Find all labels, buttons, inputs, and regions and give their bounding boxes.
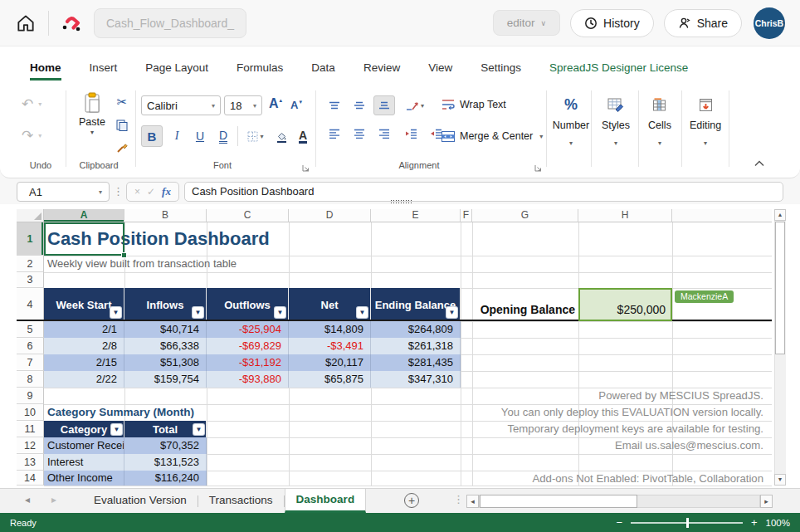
name-box-menu[interactable]: ⋮ xyxy=(113,182,123,202)
alignment-dialog-launcher[interactable] xyxy=(534,160,542,175)
text-orientation-button[interactable]: ▾ xyxy=(400,95,430,115)
cell-r7c5[interactable]: $281,435 xyxy=(371,354,461,371)
share-button[interactable]: Share xyxy=(664,9,742,37)
hscroll-right[interactable]: ▸ xyxy=(760,495,773,508)
cell-r6c1[interactable]: 2/8 xyxy=(44,338,124,354)
fill-handle[interactable] xyxy=(121,252,127,258)
cell-r8c3[interactable]: -$93,880 xyxy=(207,371,289,388)
cell-r13c1[interactable]: Interest xyxy=(44,454,124,471)
filter-button[interactable]: ▼ xyxy=(357,307,368,318)
decrease-font-button[interactable]: A▾ xyxy=(290,99,302,112)
hscroll-track[interactable] xyxy=(479,495,760,508)
sheet-tab-evaluation-version[interactable]: Evaluation Version xyxy=(83,489,198,513)
ribbon-tab-review[interactable]: Review xyxy=(363,61,400,74)
wrap-text-button[interactable]: Wrap Text xyxy=(441,99,506,110)
italic-button[interactable]: I xyxy=(166,125,188,147)
column-header-h[interactable]: H xyxy=(578,209,672,222)
ribbon-tab-home[interactable]: Home xyxy=(30,61,61,74)
ribbon-tab-settings[interactable]: Settings xyxy=(480,61,521,74)
opening-balance-label[interactable]: Opening Balance xyxy=(472,288,578,321)
align-top-button[interactable] xyxy=(324,95,345,115)
fx-icon[interactable]: fx xyxy=(162,185,171,198)
select-all-corner[interactable] xyxy=(17,209,44,222)
cell-r5c5[interactable]: $264,809 xyxy=(371,321,461,338)
v-scroll-thumb[interactable] xyxy=(775,222,785,354)
table-header-outflows[interactable]: Outflows▼ xyxy=(207,288,289,321)
cell-r5c4[interactable]: $14,809 xyxy=(289,321,371,338)
column-header-d[interactable]: D xyxy=(289,209,371,222)
table-header-week-start[interactable]: Week Start▼ xyxy=(44,288,124,321)
cell-r8c5[interactable]: $347,310 xyxy=(371,371,461,388)
name-box[interactable]: A1▾ xyxy=(17,182,110,202)
font-size-select[interactable]: 18▾ xyxy=(224,95,262,115)
row-header-7[interactable]: 7 xyxy=(17,354,44,371)
sheet-tab-transactions[interactable]: Transactions xyxy=(198,489,284,513)
number-button[interactable]: % Number ▾ xyxy=(551,92,591,147)
category-header-category[interactable]: Category▼ xyxy=(44,421,124,437)
sheet-nav-prev[interactable]: ◂ xyxy=(25,494,30,505)
cell-r8c2[interactable]: $159,754 xyxy=(124,371,207,388)
borders-button[interactable]: ▾ xyxy=(242,125,269,147)
opening-balance-cell[interactable]: $250,000 xyxy=(578,288,672,321)
row-header-3[interactable]: 3 xyxy=(17,272,44,288)
align-right-button[interactable] xyxy=(373,124,395,144)
home-button[interactable] xyxy=(15,12,37,34)
cell-r5c3[interactable]: -$25,904 xyxy=(207,321,289,338)
ribbon-tab-data[interactable]: Data xyxy=(311,61,335,74)
ribbon-tab-insert[interactable]: Insert xyxy=(90,61,118,74)
table-header-inflows[interactable]: Inflows▼ xyxy=(124,288,207,321)
cell-r14c1[interactable]: Other Income xyxy=(44,471,124,486)
bold-button[interactable]: B xyxy=(141,125,163,147)
row-header-2[interactable]: 2 xyxy=(17,256,44,272)
add-sheet-button[interactable]: + xyxy=(404,493,419,508)
zoom-slider-thumb[interactable] xyxy=(686,518,689,528)
row-header-10[interactable]: 10 xyxy=(17,404,44,421)
cell-r8c1[interactable]: 2/22 xyxy=(44,371,124,388)
align-center-button[interactable] xyxy=(349,124,370,144)
font-name-select[interactable]: Calibri▾ xyxy=(141,95,221,115)
format-painter-button[interactable] xyxy=(113,139,131,155)
filter-button[interactable]: ▼ xyxy=(110,307,121,318)
align-middle-button[interactable] xyxy=(349,95,370,115)
font-color-button[interactable]: A xyxy=(292,125,314,147)
cell-r12c1[interactable]: Customer Receipts xyxy=(44,437,124,454)
align-left-button[interactable] xyxy=(324,124,345,144)
column-header-f[interactable]: F xyxy=(461,209,472,222)
styles-button[interactable]: Styles ▾ xyxy=(594,92,637,147)
double-underline-button[interactable]: D xyxy=(212,125,234,147)
undo-button[interactable]: ↶▾ xyxy=(22,95,41,113)
editing-button[interactable]: Editing ▾ xyxy=(684,92,727,147)
zoom-out-button[interactable]: − xyxy=(616,517,622,528)
column-header-a[interactable]: A xyxy=(44,209,124,222)
underline-button[interactable]: U xyxy=(189,125,211,147)
row-header-4[interactable]: 4 xyxy=(17,288,44,321)
cell-r6c3[interactable]: -$69,829 xyxy=(207,338,289,354)
row-header-11[interactable]: 11 xyxy=(17,421,44,437)
cell-r5c2[interactable]: $40,714 xyxy=(124,321,207,338)
zoom-in-button[interactable]: + xyxy=(751,517,758,528)
row-header-9[interactable]: 9 xyxy=(17,388,44,404)
ribbon-tab-page-layout[interactable]: Page Layout xyxy=(145,61,208,74)
cell-r14c2[interactable]: $116,240 xyxy=(124,471,207,486)
column-header-g[interactable]: G xyxy=(472,209,578,222)
cell-r8c4[interactable]: $65,875 xyxy=(289,371,371,388)
row-header-14[interactable]: 14 xyxy=(17,471,44,486)
sheet-nav-next[interactable]: ▸ xyxy=(51,494,56,505)
category-header-total[interactable]: Total▼ xyxy=(124,421,207,437)
sheet-tab-dashboard[interactable]: Dashboard xyxy=(285,489,367,513)
redo-button[interactable]: ↷▾ xyxy=(22,127,41,144)
filter-button[interactable]: ▼ xyxy=(193,307,203,318)
role-dropdown[interactable]: editor ∨ xyxy=(493,10,560,36)
cut-button[interactable]: ✂ xyxy=(113,94,131,110)
cell-r12c2[interactable]: $70,352 xyxy=(124,437,207,454)
ribbon-tab-formulas[interactable]: Formulas xyxy=(237,61,283,74)
row-header-13[interactable]: 13 xyxy=(17,454,44,471)
cell-r13c2[interactable]: $131,523 xyxy=(124,454,207,471)
row-header-1[interactable]: 1 xyxy=(17,222,44,256)
v-scroll-up[interactable]: ▲ xyxy=(774,209,786,221)
formula-input[interactable]: Cash Position Dashboard xyxy=(184,182,783,202)
filter-button[interactable]: ▼ xyxy=(111,424,122,435)
row-header-12[interactable]: 12 xyxy=(17,437,44,454)
hscroll-left[interactable]: ◂ xyxy=(466,495,479,508)
history-button[interactable]: History xyxy=(570,9,654,37)
